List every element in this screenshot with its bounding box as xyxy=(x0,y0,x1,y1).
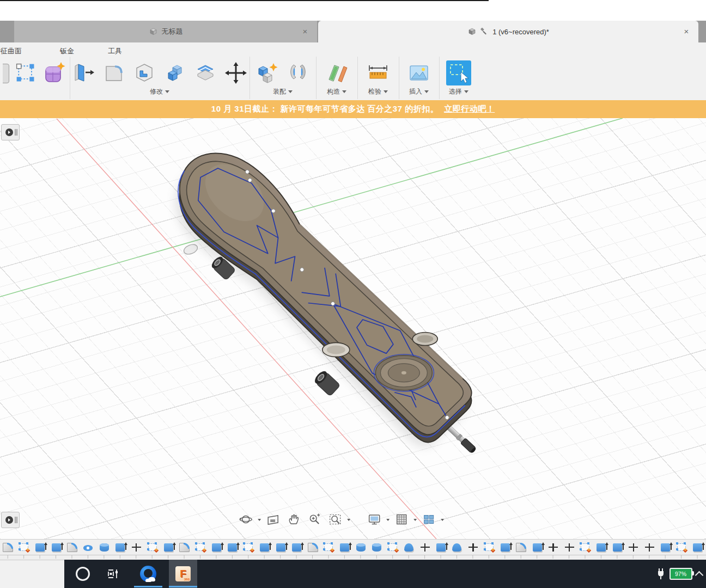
timeline-feature-revolve[interactable] xyxy=(449,543,465,552)
orbit-button[interactable] xyxy=(237,511,254,528)
split-body-button[interactable] xyxy=(192,59,218,87)
timeline-feature-fillet[interactable] xyxy=(64,543,80,552)
tab-recovered-document[interactable]: 1 (v6~recovered)* × xyxy=(318,21,698,42)
timeline-feature-extrude[interactable] xyxy=(160,543,176,552)
timeline-feature-extrude[interactable] xyxy=(224,543,240,552)
timeline-feature-extrude[interactable] xyxy=(593,543,609,552)
tab-untitled-document[interactable]: 无标题 × xyxy=(14,21,317,42)
timeline-feature-extrude[interactable] xyxy=(337,543,352,552)
timeline-feature-sketch[interactable] xyxy=(577,543,593,551)
timeline-feature-move[interactable] xyxy=(561,543,577,552)
ribbon-tab-sheet-metal[interactable]: 钣金 xyxy=(60,46,74,56)
timeline-feature-extrude[interactable] xyxy=(433,543,449,552)
timeline-feature-fillet[interactable] xyxy=(176,543,192,552)
qq-browser-button[interactable] xyxy=(133,560,163,588)
timeline-feature-sketch[interactable] xyxy=(192,543,208,551)
zoom-window-button[interactable] xyxy=(326,511,344,528)
timeline-feature-move[interactable] xyxy=(642,543,658,552)
ribbon-tab-features-surface[interactable]: 特征曲面 xyxy=(0,46,22,56)
look-at-button[interactable] xyxy=(264,511,282,528)
timeline-feature-torus[interactable] xyxy=(80,544,96,551)
timeline-feature-extrude[interactable] xyxy=(610,543,625,552)
timeline-feature-sketch[interactable] xyxy=(673,543,689,551)
timeline-feature-fillet[interactable] xyxy=(0,543,16,552)
timeline-feature-extrude[interactable] xyxy=(112,543,128,552)
skateboard-deck[interactable] xyxy=(155,130,492,454)
cortana-button[interactable] xyxy=(72,560,94,588)
ribbon-tab-tools[interactable]: 工具 xyxy=(108,46,122,56)
task-view-button[interactable] xyxy=(101,560,125,588)
tab-close-icon[interactable]: × xyxy=(681,26,692,37)
timeline-feature-revolve[interactable] xyxy=(401,543,417,552)
timeline-feature-sketch[interactable] xyxy=(144,543,160,551)
insert-image-button[interactable] xyxy=(406,59,432,87)
viewport-canvas[interactable] xyxy=(0,118,706,539)
timeline-feature-fillet[interactable] xyxy=(305,543,320,552)
power-plug-icon[interactable] xyxy=(656,568,666,580)
display-settings-caret-icon[interactable] xyxy=(386,519,389,523)
modify-group-label[interactable]: 修改 xyxy=(70,87,249,96)
timeline-feature-move[interactable] xyxy=(129,543,144,552)
timeline-feature-extrude[interactable] xyxy=(272,543,288,552)
fillet-button[interactable] xyxy=(101,59,127,87)
timeline-feature-cylinder[interactable] xyxy=(96,543,112,552)
timeline-feature-extrude[interactable] xyxy=(529,543,545,552)
timeline-feature-sketch[interactable] xyxy=(481,543,497,551)
timeline-feature-cylinder[interactable] xyxy=(369,543,385,552)
inspect-group-label[interactable]: 检验 xyxy=(357,87,399,96)
show-hidden-icons-chevron[interactable] xyxy=(695,571,703,579)
grid-layout-button[interactable] xyxy=(393,511,410,528)
viewports-button[interactable] xyxy=(420,511,437,528)
joint-button[interactable] xyxy=(285,59,311,87)
timeline-ruler[interactable] xyxy=(0,555,706,560)
clipped-toolbar-icon[interactable] xyxy=(3,59,10,87)
orbit-caret-icon[interactable] xyxy=(258,519,261,523)
construct-plane-button[interactable] xyxy=(324,59,350,87)
timeline-feature-extrude[interactable] xyxy=(48,543,64,552)
grid-caret-icon[interactable] xyxy=(413,519,417,523)
timeline-feature-sketch[interactable] xyxy=(385,543,401,551)
construct-group-label[interactable]: 构造 xyxy=(316,87,357,96)
viewports-caret-icon[interactable] xyxy=(441,519,444,523)
timeline-feature-move[interactable] xyxy=(545,543,561,552)
timeline-feature-fillet[interactable] xyxy=(513,543,529,552)
timeline-feature-extrude[interactable] xyxy=(32,543,48,552)
timeline-feature-extrude[interactable] xyxy=(257,543,272,552)
create-form-button[interactable] xyxy=(41,59,67,87)
timeline-feature-move[interactable] xyxy=(465,543,481,552)
comments-panel-toggle[interactable] xyxy=(1,512,20,528)
shell-button[interactable] xyxy=(131,59,157,87)
fusion360-taskbar-button[interactable]: F360 xyxy=(169,560,197,588)
timeline-feature-sketch[interactable] xyxy=(241,543,257,551)
select-button[interactable] xyxy=(446,60,471,85)
circular-recess[interactable] xyxy=(374,354,434,391)
timeline-feature-move[interactable] xyxy=(417,543,433,552)
timeline-feature-extrude[interactable] xyxy=(209,543,224,552)
timeline-feature-extrude[interactable] xyxy=(690,543,705,552)
origin-circle[interactable] xyxy=(182,243,199,256)
timeline-feature-extrude[interactable] xyxy=(289,543,305,552)
measure-button[interactable] xyxy=(365,59,391,87)
move-copy-button[interactable] xyxy=(223,59,249,87)
new-component-button[interactable] xyxy=(254,59,281,87)
press-pull-button[interactable] xyxy=(70,59,96,87)
create-sketch-button[interactable] xyxy=(15,59,36,87)
promo-link[interactable]: 立即行动吧！ xyxy=(444,104,495,114)
display-settings-button[interactable] xyxy=(366,511,383,528)
select-group-label[interactable]: 选择 xyxy=(439,87,478,96)
battery-indicator[interactable]: 97% xyxy=(670,568,692,580)
pan-button[interactable] xyxy=(285,511,302,528)
timeline-feature-sketch[interactable] xyxy=(321,543,337,551)
combine-button[interactable] xyxy=(162,59,188,87)
timeline-feature-sketch[interactable] xyxy=(16,543,32,551)
browser-panel-toggle[interactable] xyxy=(1,124,20,140)
tab-close-icon[interactable]: × xyxy=(300,26,311,37)
zoom-button[interactable] xyxy=(306,511,323,528)
timeline-feature-extrude[interactable] xyxy=(497,543,513,552)
wheel-rear[interactable] xyxy=(313,369,340,396)
timeline-feature-move[interactable] xyxy=(625,543,641,552)
zoom-window-caret-icon[interactable] xyxy=(347,519,350,523)
insert-group-label[interactable]: 插入 xyxy=(399,87,439,96)
timeline-feature-cylinder[interactable] xyxy=(353,543,369,552)
assemble-group-label[interactable]: 装配 xyxy=(249,87,316,96)
